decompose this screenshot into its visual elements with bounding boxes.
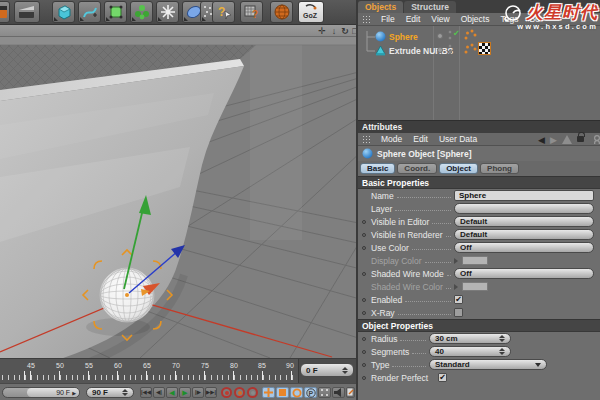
zoom-view-icon[interactable]: ↓	[329, 26, 339, 36]
arrange-icon[interactable]	[562, 135, 572, 144]
online-updater-icon[interactable]	[270, 1, 293, 23]
menu-objects[interactable]: Objects	[461, 14, 490, 24]
goto-start-button[interactable]: |◀◀	[140, 387, 152, 398]
spinner-arrows-icon[interactable]	[499, 335, 505, 342]
goz-icon[interactable]: GoZ	[298, 1, 324, 23]
keyframe-dot[interactable]	[362, 376, 366, 380]
options-button[interactable]	[346, 387, 355, 398]
menu-user-data[interactable]: User Data	[439, 134, 477, 144]
type-dropdown[interactable]: Standard	[429, 359, 547, 370]
expand-arrow-icon[interactable]	[454, 258, 458, 264]
record-rotation-toggle[interactable]	[290, 387, 303, 398]
keyframe-dot[interactable]	[362, 350, 366, 354]
keyframe-selection-button[interactable]	[247, 387, 258, 398]
layer-select[interactable]	[454, 203, 594, 214]
end-frame-spinner[interactable]: 90 F	[86, 387, 134, 398]
menu-edit[interactable]: Edit	[406, 14, 421, 24]
next-frame-button[interactable]: |▶	[192, 387, 204, 398]
spinner-arrows-icon[interactable]	[122, 389, 128, 396]
record-keyframe-button[interactable]	[221, 387, 232, 398]
record-parameter-toggle[interactable]: P	[304, 387, 317, 398]
layer-dot[interactable]	[437, 47, 443, 53]
play-backward-button[interactable]: ◀	[166, 387, 178, 398]
segments-spinner[interactable]: 40	[429, 346, 511, 357]
phong-tag-icon[interactable]	[464, 43, 477, 55]
renderer-visibility-dot[interactable]	[448, 50, 452, 54]
menu-view[interactable]: View	[431, 14, 449, 24]
visible-in-editor-select[interactable]: Default	[454, 216, 594, 227]
commander-icon[interactable]: ?	[240, 1, 263, 23]
help-icon[interactable]: ?	[212, 1, 235, 23]
renderer-visibility-dot[interactable]	[448, 36, 452, 40]
viewport-canvas[interactable]	[0, 37, 356, 358]
editor-visibility-dot[interactable]	[448, 44, 452, 48]
render-settings-icon[interactable]	[0, 1, 10, 23]
rotate-view-icon[interactable]: ↻	[340, 26, 350, 36]
name-input[interactable]	[454, 190, 594, 201]
render-view-icon[interactable]	[14, 1, 40, 23]
play-forward-button[interactable]: ▶	[179, 387, 191, 398]
keyframe-dot[interactable]	[362, 246, 366, 250]
previous-frame-button[interactable]: ◀|	[153, 387, 165, 398]
layer-dot[interactable]	[437, 33, 443, 39]
menu-bookmarks[interactable]: Bo	[529, 14, 539, 24]
current-frame-spinner[interactable]: 0 F	[300, 363, 354, 377]
enabled-check[interactable]: ✔	[453, 29, 460, 38]
tab-object[interactable]: Object	[439, 163, 478, 174]
nurbs-icon[interactable]	[104, 1, 127, 23]
attribute-object-row: Sphere Object [Sphere]	[358, 146, 600, 161]
menu-mode[interactable]: Mode	[381, 134, 402, 144]
axis-tool-icon[interactable]	[156, 1, 179, 23]
attributes-menu-bar: Mode Edit User Data ◀ ▶	[358, 133, 600, 146]
tab-coord[interactable]: Coord.	[397, 163, 437, 174]
lock-icon[interactable]	[577, 136, 584, 142]
keyframe-dot[interactable]	[362, 233, 366, 237]
keyframe-dot[interactable]	[362, 298, 366, 302]
display-color-swatch[interactable]	[462, 256, 488, 265]
preview-range-slider[interactable]: 90 F ▶	[2, 387, 80, 398]
record-position-toggle[interactable]	[262, 387, 275, 398]
panel-grip-icon[interactable]	[362, 15, 370, 23]
object-row-sphere[interactable]: Sphere	[375, 30, 418, 43]
primitive-cube-icon[interactable]	[52, 1, 75, 23]
autokeying-button[interactable]	[234, 387, 245, 398]
history-back-icon[interactable]: ◀	[538, 135, 548, 144]
tab-objects[interactable]: Objects	[358, 1, 403, 13]
tab-structure[interactable]: Structure	[404, 1, 456, 13]
keyframe-dot[interactable]	[362, 272, 366, 276]
spline-icon[interactable]	[78, 1, 101, 23]
array-modeling-icon[interactable]	[130, 1, 153, 23]
keyframe-dot[interactable]	[362, 311, 366, 315]
tab-basic[interactable]: Basic	[360, 163, 395, 174]
menu-tags[interactable]: Tags	[500, 14, 518, 24]
shaded-wire-color-swatch[interactable]	[462, 282, 488, 291]
keyframe-dot[interactable]	[362, 363, 366, 367]
history-forward-icon[interactable]: ▶	[550, 135, 560, 144]
xray-checkbox[interactable]	[454, 308, 463, 317]
keyframe-dot[interactable]	[362, 337, 366, 341]
menu-file[interactable]: File	[381, 14, 395, 24]
visible-in-renderer-select[interactable]: Default	[454, 229, 594, 240]
enabled-checkbox[interactable]: ✔	[454, 295, 463, 304]
timeline-ruler[interactable]: 45 50 55 60 65 70 75 80 85 90 0 F	[0, 358, 356, 383]
spinner-arrows-icon[interactable]	[499, 348, 505, 355]
goto-end-button[interactable]: ▶▶|	[205, 387, 217, 398]
render-perfect-checkbox[interactable]: ✔	[438, 373, 447, 382]
record-scale-toggle[interactable]	[276, 387, 289, 398]
spinner-arrows-icon[interactable]	[342, 367, 348, 374]
editor-visibility-dot[interactable]	[448, 30, 452, 34]
point-level-animation-toggle[interactable]	[318, 387, 331, 398]
move-view-icon[interactable]: ✛	[317, 26, 327, 36]
shaded-wire-mode-select[interactable]: Off	[454, 268, 594, 279]
panel-grip-icon[interactable]	[362, 135, 370, 143]
play-sound-toggle[interactable]	[332, 387, 345, 398]
use-color-select[interactable]: Off	[454, 242, 594, 253]
texture-tag-icon[interactable]	[478, 42, 491, 55]
radius-spinner[interactable]: 30 cm	[429, 333, 511, 344]
keyframe-dot[interactable]	[362, 220, 366, 224]
phong-tag-icon[interactable]	[464, 29, 477, 41]
tab-phong[interactable]: Phong	[480, 163, 519, 174]
menu-edit[interactable]: Edit	[413, 134, 428, 144]
expand-arrow-icon[interactable]	[454, 284, 458, 290]
range-end-handle[interactable]: 90 F ▶	[27, 388, 79, 397]
